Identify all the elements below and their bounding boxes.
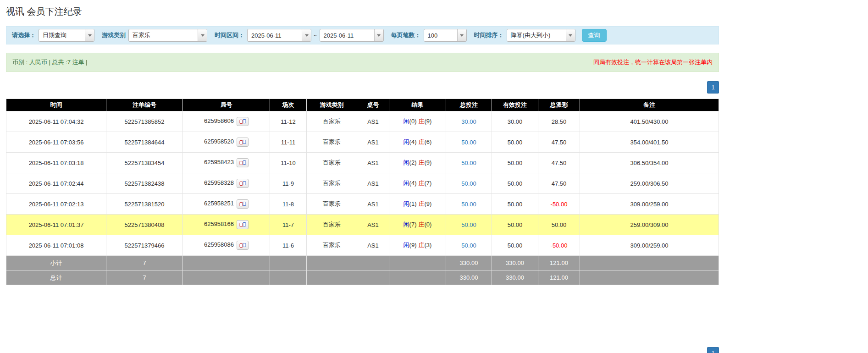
page-size-label: 每页笔数： bbox=[391, 31, 421, 39]
cell-time: 2025-06-11 07:03:56 bbox=[6, 132, 106, 153]
view-result-icon[interactable] bbox=[237, 158, 249, 167]
cell-session: 11-7 bbox=[270, 215, 307, 235]
round-number: 625958166 bbox=[204, 221, 234, 227]
cell-total-bet: 50.00 bbox=[446, 235, 492, 256]
cell-note: 354.00/401.50 bbox=[580, 132, 719, 153]
table-row: 2025-06-11 07:04:32 522571385852 6259586… bbox=[6, 111, 719, 132]
result-banker-label: 庄 bbox=[419, 159, 425, 166]
total-bet-link[interactable]: 50.00 bbox=[461, 180, 476, 187]
result-player-label: 闲 bbox=[404, 221, 409, 228]
result-banker-label: 庄 bbox=[419, 221, 425, 228]
subtotal-payout: 121.00 bbox=[538, 256, 580, 270]
game-type-dropdown[interactable]: 百家乐 bbox=[128, 29, 207, 42]
cell-note: 309.00/259.00 bbox=[580, 235, 719, 256]
subtotal-label: 小计 bbox=[6, 256, 106, 270]
result-player-label: 闲 bbox=[404, 118, 409, 125]
view-result-icon[interactable] bbox=[237, 220, 249, 229]
view-result-icon[interactable] bbox=[237, 138, 249, 147]
cell-total-bet: 50.00 bbox=[446, 194, 492, 215]
cell-table: AS1 bbox=[357, 215, 389, 235]
sort-order-label: 时间排序： bbox=[474, 31, 504, 39]
total-bet-link[interactable]: 50.00 bbox=[461, 201, 476, 208]
total-bet-link[interactable]: 50.00 bbox=[461, 139, 476, 146]
cell-total-bet: 50.00 bbox=[446, 132, 492, 153]
column-header-time: 时间 bbox=[6, 99, 106, 111]
currency-total-text: 币别 : 人民币 | 总共 :7 注单 | bbox=[12, 58, 88, 66]
search-button[interactable]: 查询 bbox=[582, 29, 607, 42]
footer-empty-cell bbox=[580, 270, 719, 285]
chevron-down-icon[interactable] bbox=[566, 29, 575, 41]
total-bet-link[interactable]: 50.00 bbox=[461, 160, 476, 166]
sort-order-dropdown[interactable]: 降幂(由大到小) bbox=[507, 29, 575, 42]
total-bet-link[interactable]: 30.00 bbox=[461, 118, 476, 125]
chevron-down-icon[interactable] bbox=[302, 29, 311, 41]
chevron-down-icon[interactable] bbox=[374, 29, 383, 41]
select-mode-dropdown[interactable]: 日期查询 bbox=[39, 29, 94, 42]
cell-table: AS1 bbox=[357, 235, 389, 256]
subtotal-valid-bet: 330.00 bbox=[492, 256, 538, 270]
result-player-label: 闲 bbox=[404, 138, 409, 145]
payout-value: -50.00 bbox=[538, 194, 580, 215]
cell-total-bet: 30.00 bbox=[446, 111, 492, 132]
cell-table: AS1 bbox=[357, 173, 389, 194]
grand-total-payout: 121.00 bbox=[538, 270, 580, 285]
page-1-button[interactable]: 1 bbox=[707, 81, 719, 94]
page-1-button[interactable]: 1 bbox=[707, 347, 719, 353]
cell-round: 625958086 bbox=[183, 235, 270, 256]
result-player-label: 闲 bbox=[404, 159, 409, 166]
total-bet-link[interactable]: 50.00 bbox=[461, 242, 476, 249]
cell-note: 401.50/430.00 bbox=[580, 111, 719, 132]
footer-empty-cell bbox=[389, 270, 446, 285]
chevron-down-icon[interactable] bbox=[198, 29, 207, 41]
chevron-down-icon[interactable] bbox=[457, 29, 466, 41]
result-player-label: 闲 bbox=[404, 200, 409, 207]
cell-round: 625958520 bbox=[183, 132, 270, 153]
date-from-dropdown[interactable]: 2025-06-11 bbox=[247, 29, 311, 42]
footer-empty-cell bbox=[389, 256, 446, 270]
cell-note: 306.50/354.00 bbox=[580, 153, 719, 173]
page-size-value: 100 bbox=[424, 29, 457, 41]
table-row: 2025-06-11 07:01:08 522571379466 6259580… bbox=[6, 235, 719, 256]
cell-note: 259.00/309.00 bbox=[580, 215, 719, 235]
cell-round: 625958423 bbox=[183, 153, 270, 173]
result-player-score: (4) bbox=[409, 138, 417, 145]
total-bet-link[interactable]: 50.00 bbox=[461, 221, 476, 228]
view-result-icon[interactable] bbox=[237, 199, 249, 209]
cell-bet-id: 522571379466 bbox=[106, 235, 183, 256]
subtotal-total-bet: 330.00 bbox=[446, 256, 492, 270]
result-banker-score: (9) bbox=[425, 118, 432, 125]
footer-empty-cell bbox=[183, 256, 270, 270]
cell-session: 11-12 bbox=[270, 111, 307, 132]
cell-result: 闲(7)庄(0) bbox=[389, 215, 446, 235]
result-banker-score: (3) bbox=[425, 242, 432, 248]
filter-bar: 请选择： 日期查询 游戏类别 百家乐 时间区间： 2025-06-11 ~ 20… bbox=[6, 26, 719, 44]
cell-round: 625958328 bbox=[183, 173, 270, 194]
cell-time: 2025-06-11 07:04:32 bbox=[6, 111, 106, 132]
select-mode-value: 日期查询 bbox=[39, 29, 85, 41]
column-header-payout: 总派彩 bbox=[538, 99, 580, 111]
result-player-label: 闲 bbox=[404, 180, 409, 187]
cell-time: 2025-06-11 07:02:44 bbox=[6, 173, 106, 194]
grand-total-label: 总计 bbox=[6, 270, 106, 285]
cell-result: 闲(1)庄(9) bbox=[389, 194, 446, 215]
cell-result: 闲(4)庄(6) bbox=[389, 132, 446, 153]
view-result-icon[interactable] bbox=[237, 179, 249, 188]
payout-value: -50.00 bbox=[538, 235, 580, 256]
cell-valid-bet: 50.00 bbox=[492, 153, 538, 173]
cell-time: 2025-06-11 07:01:37 bbox=[6, 215, 106, 235]
date-from-value: 2025-06-11 bbox=[248, 29, 302, 41]
page-size-dropdown[interactable]: 100 bbox=[424, 29, 467, 42]
view-result-icon[interactable] bbox=[237, 241, 249, 250]
cell-bet-id: 522571384644 bbox=[106, 132, 183, 153]
date-to-dropdown[interactable]: 2025-06-11 bbox=[320, 29, 384, 42]
table-row: 2025-06-11 07:02:44 522571382438 6259583… bbox=[6, 173, 719, 194]
view-result-icon[interactable] bbox=[237, 117, 249, 126]
chevron-down-icon[interactable] bbox=[85, 29, 94, 41]
cell-total-bet: 50.00 bbox=[446, 215, 492, 235]
grand-total-row: 总计 7 330.00 330.00 121.00 bbox=[6, 270, 719, 285]
subtotal-row: 小计 7 330.00 330.00 121.00 bbox=[6, 256, 719, 270]
cell-valid-bet: 50.00 bbox=[492, 132, 538, 153]
footer-empty-cell bbox=[307, 270, 357, 285]
cell-bet-id: 522571381520 bbox=[106, 194, 183, 215]
column-header-total-bet: 总投注 bbox=[446, 99, 492, 111]
